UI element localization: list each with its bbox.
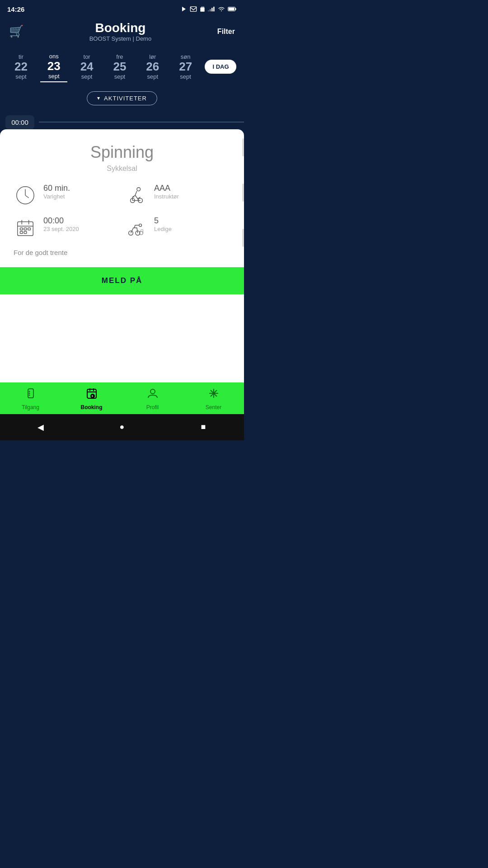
svg-marker-0 [182, 7, 186, 12]
date-daynum-tue: 22 [14, 60, 28, 73]
android-nav: ◀ ● ■ [0, 414, 244, 440]
nav-label-booking: Booking [81, 404, 103, 410]
date-daynum-sat: 26 [146, 60, 159, 73]
activities-row: ▾ AKTIVITETER [0, 87, 244, 112]
detail-instructor: AAA Instruktør [124, 184, 230, 207]
detail-duration: 60 min. Varighet [14, 184, 120, 207]
svg-rect-11 [229, 8, 235, 10]
status-bar: 14:26 [0, 0, 244, 16]
profile-icon [146, 387, 159, 402]
activities-label: AKTIVITETER [104, 95, 147, 102]
wifi-icon [218, 6, 225, 12]
date-item-fri[interactable]: fre 25 sept [106, 52, 133, 82]
svg-rect-24 [20, 228, 23, 230]
recents-button[interactable]: ■ [197, 420, 210, 434]
detail-datetime: 00:00 23 sept. 2020 [14, 216, 120, 240]
cart-icon[interactable]: 🛒 [9, 24, 23, 38]
date-daynum-fri: 25 [113, 60, 126, 73]
date-dayname-tue: tir [19, 53, 23, 60]
date-daynum-wed: 23 [47, 60, 61, 73]
nav-item-profil[interactable]: Profil [137, 387, 169, 410]
back-button[interactable]: ◀ [34, 420, 47, 434]
svg-rect-26 [28, 228, 31, 230]
spots-value: 5 [154, 216, 172, 226]
svg-rect-5 [203, 6, 204, 8]
svg-line-15 [25, 195, 29, 198]
duration-value: 60 min. [43, 184, 70, 193]
bottom-nav: Tilgang $ Booking Profil [0, 382, 244, 414]
detail-spots: 5 Ledige [124, 216, 230, 240]
class-card: Spinning Sykkelsal 60 min. Varighet [0, 129, 244, 382]
time-line [39, 122, 244, 123]
date-item-thu[interactable]: tor 24 sept [73, 52, 100, 82]
duration-text: 60 min. Varighet [43, 184, 70, 200]
calendar-icon [14, 216, 37, 240]
nav-item-booking[interactable]: $ Booking [76, 387, 108, 410]
datetime-text: 00:00 23 sept. 2020 [43, 216, 79, 232]
mail-icon [190, 6, 197, 12]
card-details: 60 min. Varighet AAA Instruktør [14, 184, 230, 240]
svg-text:$: $ [92, 395, 93, 397]
bikes-icon [124, 216, 148, 240]
svg-rect-27 [20, 231, 23, 233]
svg-rect-7 [211, 8, 213, 11]
access-icon [24, 387, 37, 402]
instructor-value: AAA [154, 184, 179, 193]
clock-icon [14, 184, 37, 207]
instructor-label: Instruktør [154, 193, 179, 200]
scroll-indicators [242, 138, 244, 247]
instructor-text: AAA Instruktør [154, 184, 179, 200]
chevron-down-icon: ▾ [97, 95, 100, 101]
header-title: Booking [89, 21, 152, 35]
date-dayname-sun: søn [181, 53, 191, 60]
svg-point-31 [139, 224, 142, 226]
home-button[interactable]: ● [115, 420, 129, 434]
scroll-dot-1 [242, 138, 244, 156]
date-dayname-sat: lør [149, 53, 156, 60]
header-center: Booking BOOST System | Demo [89, 21, 152, 42]
date-nav: tir 22 sept ons 23 sept tor 24 sept fre … [0, 48, 244, 87]
date-month-sat: sept [147, 73, 159, 80]
signal-icon [208, 6, 215, 12]
svg-rect-9 [208, 10, 209, 12]
svg-rect-1 [190, 7, 196, 12]
svg-point-16 [137, 187, 141, 191]
today-button[interactable]: I DAG [205, 60, 236, 74]
status-icons [181, 6, 237, 12]
date-item-wed[interactable]: ons 23 sept [40, 51, 67, 82]
spots-label: Ledige [154, 226, 172, 232]
date-daynum-sun: 27 [179, 60, 192, 73]
center-icon [207, 387, 220, 402]
nav-label-profil: Profil [146, 404, 159, 410]
header: 🛒 Booking BOOST System | Demo Filter [0, 16, 244, 48]
sd-icon [200, 6, 205, 12]
svg-rect-6 [213, 7, 215, 12]
activities-button[interactable]: ▾ AKTIVITETER [87, 91, 157, 105]
nav-label-senter: Senter [206, 404, 221, 410]
filter-button[interactable]: Filter [217, 28, 235, 36]
date-item-sun[interactable]: søn 27 sept [172, 52, 199, 82]
date-dayname-fri: fre [116, 53, 123, 60]
date-item-sat[interactable]: lør 26 sept [139, 52, 166, 82]
date-item-tue[interactable]: tir 22 sept [7, 52, 34, 82]
svg-rect-3 [202, 6, 202, 8]
datetime-date: 23 sept. 2020 [43, 226, 79, 232]
scroll-dot-3 [242, 229, 244, 247]
nav-item-senter[interactable]: Senter [198, 387, 230, 410]
nav-label-tilgang: Tilgang [22, 404, 39, 410]
play-icon [181, 6, 187, 12]
date-daynum-thu: 24 [80, 60, 94, 73]
class-description: For de godt trente [14, 249, 230, 256]
date-month-fri: sept [114, 73, 126, 80]
scroll-dot-2 [242, 184, 244, 202]
class-title: Spinning [14, 143, 230, 162]
status-time: 14:26 [7, 5, 24, 13]
booking-icon: $ [85, 387, 98, 402]
nav-item-tilgang[interactable]: Tilgang [15, 387, 47, 410]
spots-text: 5 Ledige [154, 216, 172, 232]
date-month-thu: sept [81, 73, 93, 80]
svg-point-43 [150, 389, 155, 394]
class-location: Sykkelsal [14, 165, 230, 173]
signup-button[interactable]: MELD PÅ [0, 267, 244, 294]
svg-rect-4 [202, 6, 203, 8]
